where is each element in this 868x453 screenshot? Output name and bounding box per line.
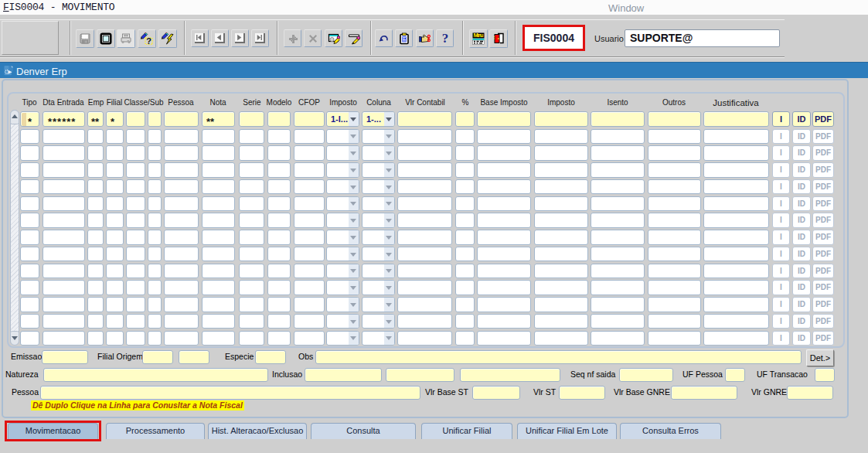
svg-text:Menu: Menu (474, 32, 484, 39)
svg-text:?: ? (146, 36, 151, 46)
svg-text:?: ? (441, 32, 448, 45)
